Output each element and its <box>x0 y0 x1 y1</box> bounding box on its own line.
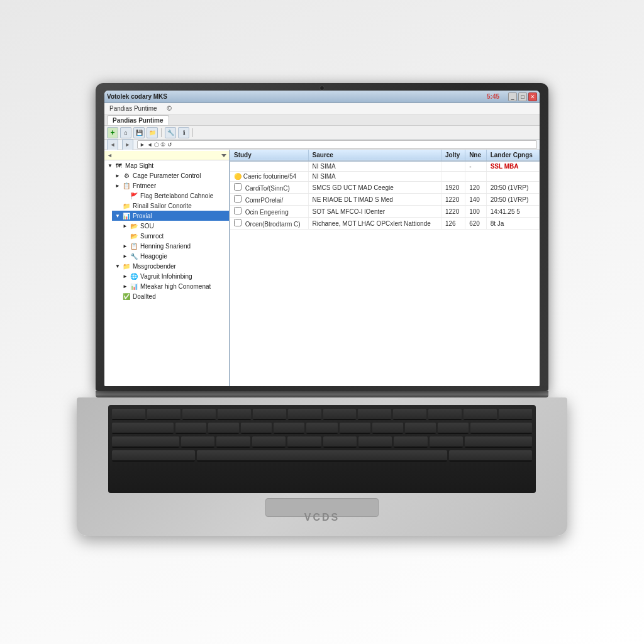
key[interactable] <box>216 436 250 448</box>
key[interactable] <box>175 423 206 434</box>
node-label: Sumroct <box>140 233 164 240</box>
home-button[interactable]: ⌂ <box>120 127 131 138</box>
cell-study-text: CardiTo/(SinnC) <box>245 185 290 192</box>
expand-icon: ► <box>122 273 128 279</box>
sidebar-item-mteakar[interactable]: ► 📊 Mteakar high Conomenat <box>119 281 229 291</box>
settings-button[interactable]: 🔧 <box>165 127 176 138</box>
key[interactable] <box>499 409 532 420</box>
spacebar[interactable] <box>197 450 447 462</box>
node-label: Henning Snariend <box>140 243 191 250</box>
key[interactable] <box>147 409 180 420</box>
toolbar-separator <box>161 128 162 137</box>
info-button[interactable]: ℹ <box>178 127 189 138</box>
key-row-1 <box>112 409 532 420</box>
key[interactable] <box>241 423 272 434</box>
sidebar-item-cage-param[interactable]: ► ⚙ Cage Purameter Control <box>112 170 229 180</box>
address-bar[interactable]: ► ◄ ⬡ ① ↺ <box>137 140 537 149</box>
table-row[interactable]: NI SIMA - SSL MBA <box>230 161 540 172</box>
key[interactable] <box>288 409 321 420</box>
table-row[interactable]: CardiTo/(SinnC) SMCS GD UCT MAD Ceegie 1… <box>230 182 540 194</box>
sidebar-item-henning[interactable]: ► 📋 Henning Snariend <box>119 241 229 251</box>
key[interactable] <box>394 436 427 448</box>
forward-button[interactable]: ► <box>122 139 133 150</box>
key[interactable] <box>470 423 532 434</box>
key[interactable] <box>323 409 357 420</box>
tab-pandias[interactable]: Pandias Puntime <box>107 115 169 125</box>
minimize-button[interactable]: _ <box>508 92 517 101</box>
sidebar-item-sou[interactable]: ► 📂 SOU <box>119 221 229 231</box>
tab-bar: Pandias Puntime <box>104 114 540 126</box>
sidebar-item-doallted[interactable]: ✅ Doallted <box>112 291 229 301</box>
laptop-wrapper: Votolek codary MKS 5:45 _ □ ✕ <box>77 83 567 561</box>
wrench-icon: 🔧 <box>130 252 138 260</box>
key[interactable] <box>274 423 304 434</box>
back-button[interactable]: ◄ <box>107 139 118 150</box>
keyboard-area <box>108 405 536 493</box>
key[interactable] <box>340 423 370 434</box>
cell-jolty <box>441 172 465 182</box>
row-checkbox[interactable] <box>234 183 242 191</box>
table-row[interactable]: ComrPOrelai/ NE RIAOE DL TIMAD S Med 122… <box>230 194 540 206</box>
row-checkbox[interactable] <box>234 207 242 214</box>
table-row[interactable]: Orcen(Btrodtarm C) Richanee, MOT LHAC OP… <box>230 218 540 230</box>
key[interactable] <box>181 436 214 448</box>
table-row[interactable]: Ocin Engeering SOT SAL MFCO-I lOenter 12… <box>230 206 540 218</box>
row-checkbox[interactable] <box>234 219 242 226</box>
key[interactable] <box>372 423 403 434</box>
menu-copyright[interactable]: © <box>165 104 174 113</box>
key[interactable] <box>208 423 239 434</box>
sidebar-item-proxial[interactable]: ▼ 📊 Proxial <box>112 211 229 221</box>
key[interactable] <box>465 436 532 448</box>
key[interactable] <box>358 409 391 420</box>
cell-lander: SSL MBA <box>486 161 539 172</box>
key[interactable] <box>393 409 426 420</box>
key[interactable] <box>287 436 321 448</box>
cell-nne <box>465 172 487 182</box>
key[interactable] <box>112 423 174 434</box>
node-label: Doallted <box>133 293 156 300</box>
sidebar-item-fntmeer[interactable]: ► 📋 Fntmeer <box>112 180 229 191</box>
key[interactable] <box>358 436 392 448</box>
sidebar-item-flag[interactable]: 🚩 Flag Bertelabond Cahnoie <box>119 191 229 201</box>
key[interactable] <box>252 436 286 448</box>
cell-study: 🟡 Caeric footurine/54 <box>230 172 308 182</box>
key[interactable] <box>112 409 145 420</box>
cell-study-text: Ocin Engeering <box>245 209 289 216</box>
key[interactable] <box>464 409 497 420</box>
shift-key-right[interactable] <box>449 450 532 462</box>
expand-icon: ▼ <box>114 213 121 219</box>
window-time: 5:45 <box>487 93 499 100</box>
sidebar-item-sumroct[interactable]: 📂 Sumroct <box>119 231 229 241</box>
add-button[interactable]: + <box>107 127 118 138</box>
key[interactable] <box>438 423 469 434</box>
key[interactable] <box>428 409 462 420</box>
sidebar-collapse-icon[interactable] <box>221 154 226 157</box>
key[interactable] <box>430 436 463 448</box>
key[interactable] <box>323 436 357 448</box>
shift-key-left[interactable] <box>112 450 195 462</box>
key[interactable] <box>112 436 179 448</box>
sidebar-item-mssgrocbender[interactable]: ▼ 📁 Mssgrocbender <box>112 261 229 271</box>
node-label: Cage Purameter Control <box>133 172 201 179</box>
key[interactable] <box>405 423 436 434</box>
save-button[interactable]: 💾 <box>133 127 145 138</box>
key-row-4 <box>112 450 532 462</box>
flag-icon: 🚩 <box>130 191 138 200</box>
maximize-button[interactable]: □ <box>518 92 527 101</box>
webcam-icon <box>319 86 325 91</box>
close-button[interactable]: ✕ <box>528 92 537 101</box>
col-lander: Lander Cpngs <box>486 150 539 161</box>
sidebar-item-map-sight[interactable]: ▼ 🗺 Map Sight <box>104 160 229 170</box>
table-row[interactable]: 🟡 Caeric footurine/54 NI SIMA <box>230 172 540 182</box>
key[interactable] <box>182 409 216 420</box>
sidebar-item-heagogie[interactable]: ► 🔧 Heagogie <box>119 251 229 261</box>
key[interactable] <box>306 423 337 434</box>
folder-button[interactable]: 📁 <box>147 127 158 138</box>
menu-pandias[interactable]: Pandias Puntime <box>107 104 160 113</box>
sidebar-item-rinail[interactable]: 📁 Rinail Sailor Conorite <box>112 201 229 211</box>
key[interactable] <box>218 409 251 420</box>
row-checkbox[interactable] <box>234 195 242 203</box>
laptop-screen-shell: Votolek codary MKS 5:45 _ □ ✕ <box>96 83 548 391</box>
sidebar-item-vagruit[interactable]: ► 🌐 Vagruit Infohinbing <box>119 271 229 281</box>
key[interactable] <box>253 409 286 420</box>
